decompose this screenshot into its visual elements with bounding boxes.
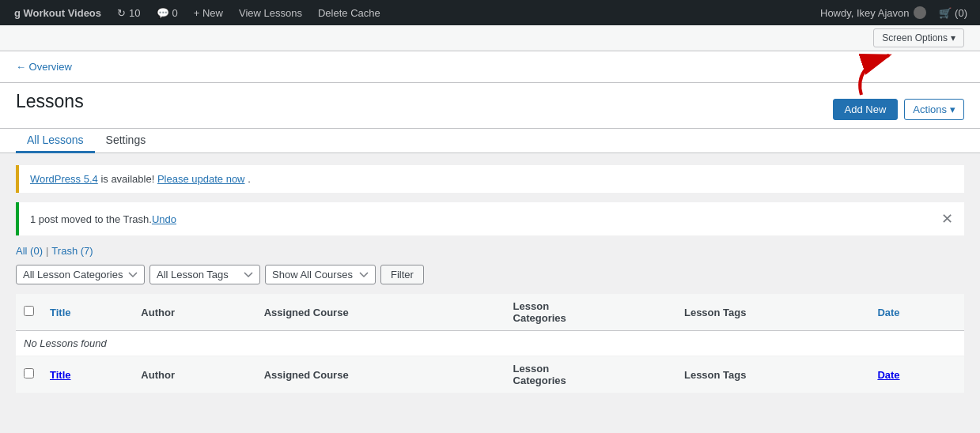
lesson-tags-select[interactable]: All Lesson Tags	[149, 265, 260, 284]
admin-bar-left: g Workout Videos ↻ 10 💬 0 + New View Les…	[6, 0, 814, 25]
avatar	[914, 6, 926, 19]
table-footer-row: Title Author Assigned Course LessonCateg…	[16, 356, 964, 393]
content-area: WordPress 5.4 is available! Please updat…	[0, 153, 980, 433]
tab-bar: All Lessons Settings	[0, 129, 980, 153]
comment-icon: 💬	[157, 7, 169, 19]
trash-notice: 1 post moved to the Trash. Undo ✕	[16, 202, 964, 235]
all-link[interactable]: All (0)	[16, 245, 43, 257]
actions-dropdown-button[interactable]: Actions ▾	[904, 99, 964, 120]
update-notice: WordPress 5.4 is available! Please updat…	[16, 165, 964, 193]
tab-settings[interactable]: Settings	[95, 129, 157, 153]
select-all-footer	[16, 356, 42, 393]
select-all-footer-checkbox[interactable]	[24, 368, 34, 378]
updates-link[interactable]: ↻ 10	[109, 0, 148, 25]
howdy-text: Howdy, Ikey Ajavon	[814, 6, 933, 19]
lesson-tags-header: Lesson Tags	[676, 294, 869, 331]
admin-bar-right: Howdy, Ikey Ajavon 🛒 (0)	[814, 6, 974, 19]
screen-options-button[interactable]: Screen Options ▾	[873, 28, 964, 47]
select-all-checkbox[interactable]	[24, 306, 34, 316]
view-lessons-link[interactable]: View Lessons	[231, 0, 310, 25]
separator: |	[46, 245, 48, 257]
comments-link[interactable]: 💬 0	[149, 0, 186, 25]
select-all-header	[16, 294, 42, 331]
page-title: Lessons	[16, 91, 84, 112]
chevron-down-icon: ▾	[950, 104, 955, 115]
trash-link[interactable]: Trash (7)	[51, 245, 93, 257]
table-header-row: Title Author Assigned Course LessonCateg…	[16, 294, 964, 331]
main-wrap: Lessons Add New Actions ▾ A	[0, 83, 980, 433]
site-name-link[interactable]: g Workout Videos	[6, 0, 109, 25]
table-body: No Lessons found	[16, 331, 964, 356]
title-footer-sort-link[interactable]: Title	[50, 369, 71, 381]
show-all-courses-select[interactable]: Show All Courses	[265, 265, 376, 284]
date-sort-link[interactable]: Date	[877, 307, 899, 318]
back-to-overview-link[interactable]: ← Overview	[16, 61, 72, 73]
new-content-link[interactable]: + New	[186, 0, 231, 25]
table-foot: Title Author Assigned Course LessonCateg…	[16, 356, 964, 393]
lessons-table: Title Author Assigned Course LessonCateg…	[16, 294, 964, 393]
table-head: Title Author Assigned Course LessonCateg…	[16, 294, 964, 331]
author-header: Author	[133, 294, 255, 331]
tab-all-lessons[interactable]: All Lessons	[16, 129, 95, 153]
date-footer-sort-link[interactable]: Date	[877, 369, 899, 381]
assigned-course-footer: Assigned Course	[256, 356, 505, 393]
admin-bar: g Workout Videos ↻ 10 💬 0 + New View Les…	[0, 0, 980, 25]
date-header: Date	[869, 294, 964, 331]
dismiss-notice-button[interactable]: ✕	[941, 210, 953, 228]
empty-message: No Lessons found	[16, 331, 964, 356]
empty-row: No Lessons found	[16, 331, 964, 356]
chevron-down-icon: ▾	[951, 32, 955, 43]
title-sort-link[interactable]: Title	[50, 307, 71, 318]
lesson-categories-footer: LessonCategories	[505, 356, 676, 393]
delete-cache-link[interactable]: Delete Cache	[310, 0, 388, 25]
cart-link[interactable]: 🛒 (0)	[933, 7, 974, 19]
update-now-link[interactable]: Please update now	[157, 173, 245, 185]
refresh-icon: ↻	[117, 7, 126, 19]
screen-options-bar: Screen Options ▾	[0, 25, 980, 51]
lesson-categories-select[interactable]: All Lesson Categories	[16, 265, 145, 284]
date-footer: Date	[869, 356, 964, 393]
title-footer: Title	[42, 356, 133, 393]
wordpress-version-link[interactable]: WordPress 5.4	[30, 173, 98, 185]
add-new-button[interactable]: Add New	[833, 99, 899, 120]
title-header: Title	[42, 294, 133, 331]
lesson-tags-footer: Lesson Tags	[676, 356, 869, 393]
undo-link[interactable]: Undo	[152, 213, 176, 225]
breadcrumb-bar: ← Overview	[0, 51, 980, 83]
author-footer: Author	[133, 356, 255, 393]
lesson-categories-header: LessonCategories	[505, 294, 676, 331]
page-actions: Add New Actions ▾	[833, 91, 964, 128]
filter-button[interactable]: Filter	[380, 265, 424, 284]
page-title-area: Lessons Add New Actions ▾	[0, 83, 980, 129]
assigned-course-header: Assigned Course	[256, 294, 505, 331]
filter-row: All Lesson Categories All Lesson Tags Sh…	[16, 265, 964, 284]
subsubsub-nav: All (0) | Trash (7)	[16, 245, 964, 257]
